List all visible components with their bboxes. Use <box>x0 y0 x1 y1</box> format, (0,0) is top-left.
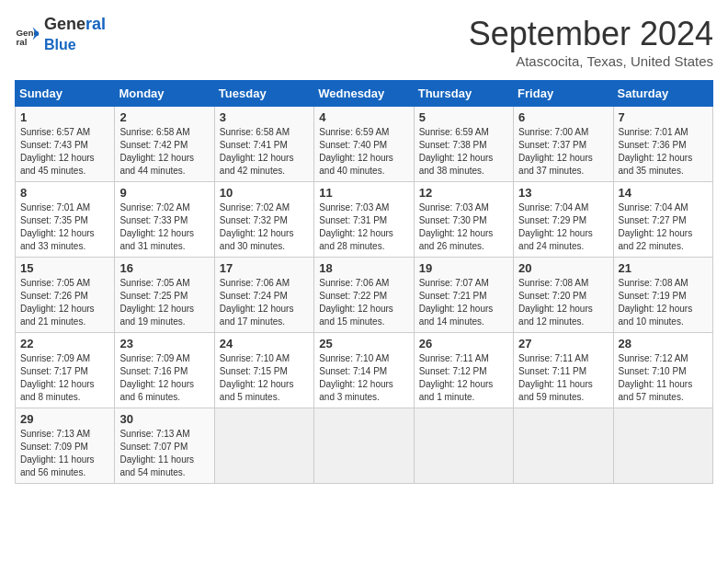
table-row: 9Sunrise: 7:02 AMSunset: 7:33 PMDaylight… <box>115 182 214 258</box>
col-tuesday: Tuesday <box>214 81 313 107</box>
logo: Gene ral B General Blue <box>15 15 106 54</box>
cell-info: Sunrise: 7:01 AMSunset: 7:35 PMDaylight:… <box>20 202 95 251</box>
day-number: 19 <box>419 261 508 275</box>
cell-info: Sunrise: 7:00 AMSunset: 7:37 PMDaylight:… <box>518 127 593 176</box>
cell-info: Sunrise: 7:05 AMSunset: 7:25 PMDaylight:… <box>119 278 194 327</box>
cell-info: Sunrise: 7:11 AMSunset: 7:12 PMDaylight:… <box>419 353 494 402</box>
day-number: 30 <box>119 412 209 426</box>
header-row: Sunday Monday Tuesday Wednesday Thursday… <box>16 81 713 107</box>
day-number: 4 <box>319 110 408 124</box>
cell-info: Sunrise: 7:06 AMSunset: 7:24 PMDaylight:… <box>220 278 294 327</box>
day-number: 10 <box>220 186 309 200</box>
cell-info: Sunrise: 7:04 AMSunset: 7:27 PMDaylight:… <box>619 202 693 251</box>
day-number: 11 <box>319 186 408 200</box>
col-monday: Monday <box>115 81 214 107</box>
day-number: 3 <box>220 110 309 124</box>
cell-info: Sunrise: 7:13 AMSunset: 7:09 PMDaylight:… <box>20 429 95 477</box>
day-number: 24 <box>220 337 309 350</box>
day-number: 26 <box>419 337 508 350</box>
table-row: 29Sunrise: 7:13 AMSunset: 7:09 PMDayligh… <box>16 408 115 484</box>
day-number: 23 <box>119 337 209 350</box>
col-sunday: Sunday <box>16 81 115 107</box>
cell-info: Sunrise: 6:57 AMSunset: 7:43 PMDaylight:… <box>20 127 95 176</box>
table-row <box>514 408 613 484</box>
cell-info: Sunrise: 7:06 AMSunset: 7:22 PMDaylight:… <box>319 278 393 327</box>
table-row <box>613 408 712 484</box>
day-number: 21 <box>619 261 708 275</box>
day-number: 7 <box>619 110 708 124</box>
day-number: 6 <box>518 110 608 124</box>
cell-info: Sunrise: 7:13 AMSunset: 7:07 PMDaylight:… <box>119 429 194 477</box>
table-row <box>214 408 313 484</box>
cell-info: Sunrise: 6:59 AMSunset: 7:40 PMDaylight:… <box>319 127 393 176</box>
cell-info: Sunrise: 7:03 AMSunset: 7:31 PMDaylight:… <box>319 202 393 251</box>
cell-info: Sunrise: 7:10 AMSunset: 7:14 PMDaylight:… <box>319 353 393 402</box>
day-number: 20 <box>518 261 608 275</box>
table-row: 12Sunrise: 7:03 AMSunset: 7:30 PMDayligh… <box>414 182 513 258</box>
table-row <box>314 408 414 484</box>
cell-info: Sunrise: 7:09 AMSunset: 7:16 PMDaylight:… <box>119 353 194 402</box>
table-row: 14Sunrise: 7:04 AMSunset: 7:27 PMDayligh… <box>613 182 712 258</box>
day-number: 14 <box>619 186 708 200</box>
day-number: 16 <box>119 261 209 275</box>
day-number: 5 <box>419 110 508 124</box>
day-number: 28 <box>619 337 708 350</box>
cell-info: Sunrise: 7:08 AMSunset: 7:19 PMDaylight:… <box>619 278 693 327</box>
table-row: 15Sunrise: 7:05 AMSunset: 7:26 PMDayligh… <box>16 258 115 333</box>
title-area: September 2024 Atascocita, Texas, United… <box>469 15 713 69</box>
day-number: 22 <box>20 337 109 350</box>
day-number: 29 <box>20 412 109 426</box>
cell-info: Sunrise: 7:11 AMSunset: 7:11 PMDaylight:… <box>518 353 593 402</box>
table-row: 24Sunrise: 7:10 AMSunset: 7:15 PMDayligh… <box>214 333 313 408</box>
calendar-week-row: 15Sunrise: 7:05 AMSunset: 7:26 PMDayligh… <box>16 258 713 333</box>
table-row: 10Sunrise: 7:02 AMSunset: 7:32 PMDayligh… <box>214 182 313 258</box>
table-row: 7Sunrise: 7:01 AMSunset: 7:36 PMDaylight… <box>613 107 712 182</box>
logo-name: General Blue <box>44 15 106 54</box>
calendar-table: Sunday Monday Tuesday Wednesday Thursday… <box>15 80 713 484</box>
table-row: 2Sunrise: 6:58 AMSunset: 7:42 PMDaylight… <box>115 107 214 182</box>
table-row: 23Sunrise: 7:09 AMSunset: 7:16 PMDayligh… <box>115 333 214 408</box>
calendar-subtitle: Atascocita, Texas, United States <box>469 53 713 69</box>
cell-info: Sunrise: 7:12 AMSunset: 7:10 PMDaylight:… <box>619 353 693 402</box>
calendar-week-row: 1Sunrise: 6:57 AMSunset: 7:43 PMDaylight… <box>16 107 713 182</box>
table-row: 13Sunrise: 7:04 AMSunset: 7:29 PMDayligh… <box>514 182 613 258</box>
cell-info: Sunrise: 6:59 AMSunset: 7:38 PMDaylight:… <box>419 127 494 176</box>
table-row: 16Sunrise: 7:05 AMSunset: 7:25 PMDayligh… <box>115 258 214 333</box>
table-row: 25Sunrise: 7:10 AMSunset: 7:14 PMDayligh… <box>314 333 414 408</box>
table-row: 18Sunrise: 7:06 AMSunset: 7:22 PMDayligh… <box>314 258 414 333</box>
cell-info: Sunrise: 7:08 AMSunset: 7:20 PMDaylight:… <box>518 278 593 327</box>
col-thursday: Thursday <box>414 81 513 107</box>
cell-info: Sunrise: 7:01 AMSunset: 7:36 PMDaylight:… <box>619 127 693 176</box>
cell-info: Sunrise: 7:02 AMSunset: 7:33 PMDaylight:… <box>119 202 194 251</box>
day-number: 2 <box>119 110 209 124</box>
day-number: 27 <box>518 337 608 350</box>
calendar-week-row: 29Sunrise: 7:13 AMSunset: 7:09 PMDayligh… <box>16 408 713 484</box>
table-row: 30Sunrise: 7:13 AMSunset: 7:07 PMDayligh… <box>115 408 214 484</box>
table-row: 22Sunrise: 7:09 AMSunset: 7:17 PMDayligh… <box>16 333 115 408</box>
table-row: 20Sunrise: 7:08 AMSunset: 7:20 PMDayligh… <box>514 258 613 333</box>
col-wednesday: Wednesday <box>314 81 414 107</box>
calendar-week-row: 8Sunrise: 7:01 AMSunset: 7:35 PMDaylight… <box>16 182 713 258</box>
cell-info: Sunrise: 6:58 AMSunset: 7:41 PMDaylight:… <box>220 127 294 176</box>
cell-info: Sunrise: 7:05 AMSunset: 7:26 PMDaylight:… <box>20 278 95 327</box>
cell-info: Sunrise: 7:10 AMSunset: 7:15 PMDaylight:… <box>220 353 294 402</box>
day-number: 9 <box>119 186 209 200</box>
table-row: 17Sunrise: 7:06 AMSunset: 7:24 PMDayligh… <box>214 258 313 333</box>
table-row <box>414 408 513 484</box>
table-row: 8Sunrise: 7:01 AMSunset: 7:35 PMDaylight… <box>16 182 115 258</box>
table-row: 26Sunrise: 7:11 AMSunset: 7:12 PMDayligh… <box>414 333 513 408</box>
day-number: 13 <box>518 186 608 200</box>
col-saturday: Saturday <box>613 81 712 107</box>
day-number: 17 <box>220 261 309 275</box>
table-row: 3Sunrise: 6:58 AMSunset: 7:41 PMDaylight… <box>214 107 313 182</box>
day-number: 8 <box>20 186 109 200</box>
cell-info: Sunrise: 7:04 AMSunset: 7:29 PMDaylight:… <box>518 202 593 251</box>
table-row: 21Sunrise: 7:08 AMSunset: 7:19 PMDayligh… <box>613 258 712 333</box>
table-row: 19Sunrise: 7:07 AMSunset: 7:21 PMDayligh… <box>414 258 513 333</box>
table-row: 28Sunrise: 7:12 AMSunset: 7:10 PMDayligh… <box>613 333 712 408</box>
cell-info: Sunrise: 6:58 AMSunset: 7:42 PMDaylight:… <box>119 127 194 176</box>
table-row: 5Sunrise: 6:59 AMSunset: 7:38 PMDaylight… <box>414 107 513 182</box>
day-number: 25 <box>319 337 408 350</box>
logo-icon: Gene ral B <box>15 22 40 48</box>
day-number: 12 <box>419 186 508 200</box>
